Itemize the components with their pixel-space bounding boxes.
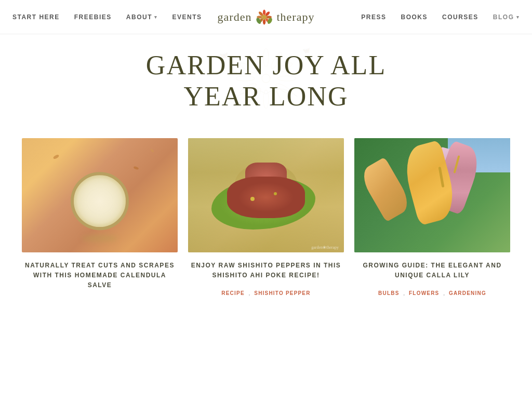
poke-image-graphic: garden❀therapy	[188, 138, 344, 252]
card-salve-title[interactable]: NATURALLY TREAT CUTS AND SCRAPES WITH TH…	[22, 261, 178, 291]
card-poke-tags: RECIPE , SHISHITO PEPPER	[188, 288, 344, 297]
hero-title: GARDEN JOY ALL YEAR LONG	[10, 50, 522, 112]
tag-flowers[interactable]: FLOWERS	[409, 290, 439, 296]
nav-start-here[interactable]: START HERE	[12, 14, 60, 21]
card-salve-image[interactable]	[22, 138, 178, 252]
tag-bulbs[interactable]: BULBS	[378, 290, 399, 296]
tag-separator-2: ,	[443, 290, 445, 296]
logo-flower-icon	[255, 8, 273, 26]
tag-gardening[interactable]: GARDENING	[449, 290, 486, 296]
card-lily: GROWING GUIDE: THE ELEGANT AND UNIQUE CA…	[354, 138, 510, 298]
tag-separator-1: ,	[404, 290, 405, 296]
logo-name-part2: therapy	[276, 10, 314, 24]
nav-right: PRESS BOOKS COURSES BLOG ▾	[361, 14, 520, 21]
nav-press[interactable]: PRESS	[361, 14, 386, 21]
card-poke: garden❀therapy ENJOY RAW SHISHITO PEPPER…	[188, 138, 344, 298]
nav-blog[interactable]: BLOG ▾	[493, 14, 520, 21]
nav-courses[interactable]: COURSES	[442, 14, 478, 21]
chevron-down-icon: ▾	[154, 15, 158, 20]
nav-events[interactable]: EVENTS	[172, 14, 202, 21]
logo-name-part1: garden	[218, 10, 252, 24]
hero-section: 🦋 🦋 🦋 GARDEN JOY ALL YEAR LONG	[0, 34, 532, 123]
svg-point-5	[263, 19, 265, 24]
card-lily-title[interactable]: GROWING GUIDE: THE ELEGANT AND UNIQUE CA…	[354, 261, 510, 280]
article-cards-section: NATURALLY TREAT CUTS AND SCRAPES WITH TH…	[0, 123, 532, 319]
card-poke-title[interactable]: ENJOY RAW SHISHITO PEPPERS IN THIS SHISH…	[188, 261, 344, 280]
tag-shishito-pepper[interactable]: SHISHITO PEPPER	[254, 290, 310, 296]
lily-image-graphic	[354, 138, 510, 252]
svg-point-1	[263, 9, 265, 15]
tag-separator: ,	[249, 290, 250, 296]
logo-text: garden therapy	[218, 8, 315, 26]
card-salve: NATURALLY TREAT CUTS AND SCRAPES WITH TH…	[22, 138, 178, 298]
card-poke-image[interactable]: garden❀therapy	[188, 138, 344, 252]
tag-recipe[interactable]: RECIPE	[221, 290, 244, 296]
navigation: START HERE FREEBIES ABOUT ▾ EVENTS garde…	[0, 0, 532, 34]
salve-image-graphic	[22, 138, 178, 252]
nav-about[interactable]: ABOUT ▾	[126, 14, 158, 21]
chevron-down-icon: ▾	[516, 15, 520, 20]
nav-left: START HERE FREEBIES ABOUT ▾ EVENTS	[12, 14, 202, 21]
svg-point-9	[262, 15, 267, 19]
site-logo[interactable]: garden therapy	[218, 8, 315, 26]
card-lily-image[interactable]	[354, 138, 510, 252]
nav-books[interactable]: BOOKS	[401, 14, 428, 21]
card-lily-tags: BULBS , FLOWERS , GARDENING	[354, 288, 510, 297]
nav-freebies[interactable]: FREEBIES	[74, 14, 112, 21]
